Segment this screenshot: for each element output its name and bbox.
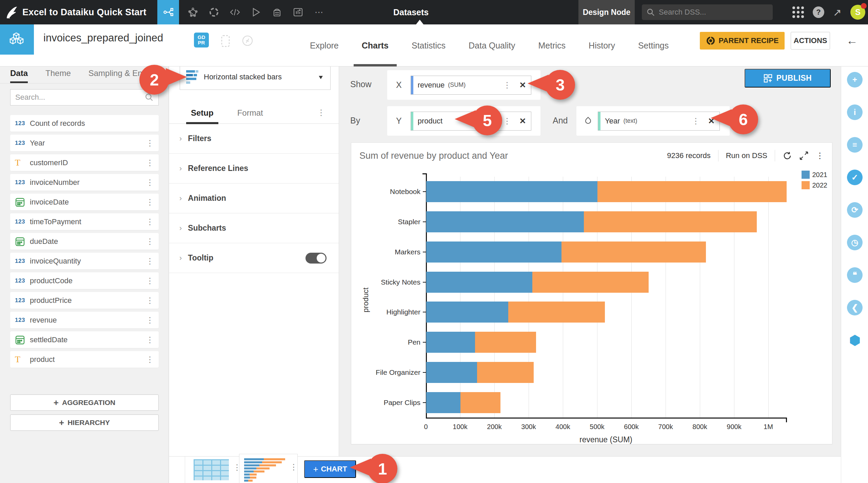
parent-recipe-button[interactable]: PARENT RECIPE bbox=[700, 32, 785, 50]
field-item[interactable]: 123 Year ⋮ bbox=[10, 135, 159, 151]
field-menu-icon[interactable]: ⋮ bbox=[146, 178, 154, 187]
active-chart-thumbnail[interactable]: ⋮ bbox=[239, 454, 298, 483]
thumbnail-menu-icon[interactable]: ⋮ bbox=[290, 462, 298, 472]
dataset-tab[interactable]: History bbox=[577, 24, 627, 66]
config-section[interactable]: › Reference Lines bbox=[169, 154, 339, 183]
field-item[interactable]: invoiceDate ⋮ bbox=[10, 194, 159, 210]
y-pill-remove-icon[interactable]: ✕ bbox=[515, 116, 526, 126]
sidebar-tab[interactable]: Theme bbox=[45, 66, 71, 83]
field-item[interactable]: 123 timeToPayment ⋮ bbox=[10, 213, 159, 230]
pivot-table-chart-thumbnail[interactable] bbox=[194, 459, 229, 480]
and-pill-menu-icon[interactable]: ⋮ bbox=[692, 116, 700, 126]
bar-segment-2021[interactable] bbox=[426, 302, 508, 323]
global-search[interactable] bbox=[642, 4, 773, 20]
field-menu-icon[interactable]: ⋮ bbox=[146, 138, 154, 148]
field-item[interactable]: 123 invoiceQuantity ⋮ bbox=[10, 253, 159, 269]
field-menu-icon[interactable]: ⋮ bbox=[146, 355, 154, 364]
jobs-icon[interactable] bbox=[248, 0, 264, 24]
bar-segment-2021[interactable] bbox=[426, 272, 532, 293]
bar-segment-2022[interactable] bbox=[460, 392, 500, 413]
add-aggregation-button[interactable]: +AGGREGATION bbox=[10, 394, 159, 411]
field-menu-icon[interactable]: ⋮ bbox=[146, 335, 154, 345]
field-menu-icon[interactable]: ⋮ bbox=[146, 315, 154, 325]
dataset-tab[interactable]: Charts bbox=[350, 24, 400, 66]
config-section[interactable]: › Animation bbox=[169, 183, 339, 213]
discussions-icon[interactable]: ❝ bbox=[847, 267, 863, 283]
more-icon[interactable]: ⋯ bbox=[311, 0, 328, 24]
config-tab[interactable]: Format bbox=[237, 102, 263, 124]
dashboards-icon[interactable] bbox=[290, 0, 307, 24]
refresh-icon[interactable]: ⟳ bbox=[847, 202, 863, 218]
bar-segment-2022[interactable] bbox=[508, 302, 605, 323]
legend-label[interactable]: 2021 bbox=[812, 171, 828, 179]
activity-trend-icon[interactable]: ↗ bbox=[833, 6, 842, 18]
y-pill-menu-icon[interactable]: ⋮ bbox=[503, 116, 511, 126]
share-icon[interactable]: ❮ bbox=[847, 300, 863, 315]
history-clock-icon[interactable]: ◷ bbox=[847, 235, 863, 250]
bar-segment-2021[interactable] bbox=[426, 362, 477, 383]
status-watch-icon[interactable] bbox=[241, 35, 254, 49]
field-menu-icon[interactable]: ⋮ bbox=[146, 296, 154, 305]
and-pill[interactable]: Year (text) ⋮ ✕ bbox=[598, 112, 720, 131]
add-hierarchy-button[interactable]: +HIERARCHY bbox=[10, 414, 159, 431]
field-search[interactable] bbox=[10, 89, 159, 105]
dataiku-logo[interactable] bbox=[0, 0, 22, 24]
details-icon[interactable]: ≡ bbox=[847, 137, 863, 153]
bar-segment-2022[interactable] bbox=[597, 181, 787, 202]
flow-icon[interactable] bbox=[157, 0, 179, 24]
bar-segment-2022[interactable] bbox=[561, 242, 706, 263]
config-section[interactable]: › Filters bbox=[169, 124, 339, 154]
config-section[interactable]: › Subcharts bbox=[169, 213, 339, 243]
field-menu-icon[interactable]: ⋮ bbox=[146, 256, 154, 266]
bar-segment-2021[interactable] bbox=[426, 181, 597, 202]
info-icon[interactable]: i bbox=[847, 104, 863, 120]
user-avatar[interactable]: S bbox=[850, 5, 865, 20]
x-pill-menu-icon[interactable]: ⋮ bbox=[503, 80, 511, 90]
tooltip-toggle[interactable] bbox=[305, 253, 327, 264]
add-chart-button[interactable]: +CHART bbox=[304, 460, 356, 478]
publish-button[interactable]: PUBLISH bbox=[745, 69, 831, 88]
field-item[interactable]: T customerID ⋮ bbox=[10, 154, 159, 171]
dataset-tab[interactable]: Statistics bbox=[400, 24, 457, 66]
bar-segment-2021[interactable] bbox=[426, 392, 460, 413]
global-search-input[interactable] bbox=[659, 8, 761, 17]
config-section[interactable]: › Tooltip bbox=[169, 243, 339, 273]
bar-segment-2022[interactable] bbox=[477, 362, 534, 383]
notebooks-icon[interactable] bbox=[205, 0, 222, 24]
dataset-type-icon[interactable] bbox=[0, 24, 34, 55]
bar-segment-2021[interactable] bbox=[426, 242, 561, 263]
field-item[interactable]: settledDate ⋮ bbox=[10, 331, 159, 348]
visual-analyses-icon[interactable] bbox=[184, 0, 201, 24]
field-menu-icon[interactable]: ⋮ bbox=[146, 197, 154, 207]
plugin-puzzle-icon[interactable]: ⬢ bbox=[847, 332, 863, 348]
field-item[interactable]: 123 productPrice ⋮ bbox=[10, 292, 159, 309]
bar-segment-2022[interactable] bbox=[584, 211, 757, 232]
dataset-tab[interactable]: Data Quality bbox=[457, 24, 527, 66]
code-icon[interactable] bbox=[226, 0, 243, 24]
sidebar-tab[interactable]: Data bbox=[10, 66, 28, 83]
actions-button[interactable]: ACTIONS bbox=[791, 32, 830, 50]
config-tab[interactable]: Setup bbox=[191, 102, 214, 124]
deployer-icon[interactable] bbox=[269, 0, 285, 24]
field-search-input[interactable] bbox=[15, 93, 145, 102]
check-icon[interactable]: ✓ bbox=[847, 170, 863, 185]
bar-segment-2021[interactable] bbox=[426, 211, 584, 232]
field-menu-icon[interactable]: ⋮ bbox=[146, 276, 154, 286]
x-pill[interactable]: revenue (SUM) ⋮ ✕ bbox=[411, 76, 531, 95]
dataset-tab[interactable]: Explore bbox=[298, 24, 350, 66]
node-type-badge[interactable]: Design Node bbox=[578, 0, 635, 24]
field-item[interactable]: 123 Count of records ⋮ bbox=[10, 115, 159, 132]
chart-type-selector[interactable]: Horizontal stacked bars ▼ bbox=[180, 64, 331, 90]
collapse-panel-arrow[interactable]: ← bbox=[846, 34, 858, 47]
dataset-tab[interactable]: Settings bbox=[627, 24, 680, 66]
field-item[interactable]: 123 productCode ⋮ bbox=[10, 272, 159, 289]
field-item[interactable]: dueDate ⋮ bbox=[10, 233, 159, 250]
bar-segment-2022[interactable] bbox=[475, 332, 536, 353]
field-item[interactable]: T product ⋮ bbox=[10, 351, 159, 368]
bar-segment-2022[interactable] bbox=[532, 272, 649, 293]
dataset-tab[interactable]: Metrics bbox=[527, 24, 577, 66]
plus-icon[interactable]: + bbox=[847, 72, 863, 88]
panel-menu-icon[interactable]: ⋮ bbox=[317, 108, 325, 117]
field-menu-icon[interactable]: ⋮ bbox=[146, 158, 154, 168]
help-icon[interactable]: ? bbox=[813, 6, 824, 18]
